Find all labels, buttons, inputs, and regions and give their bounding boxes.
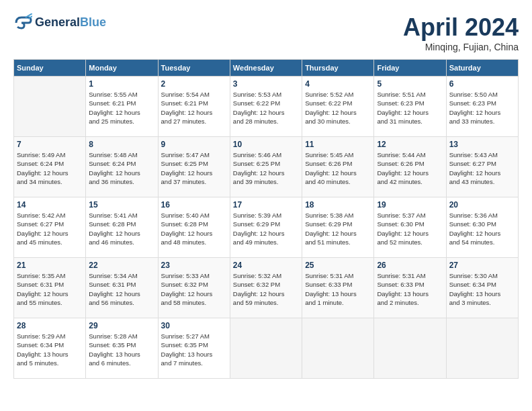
day-number: 26 [377,261,443,270]
weekday-header: Tuesday [158,60,230,77]
day-info: Sunrise: 5:47 AM Sunset: 6:25 PM Dayligh… [161,150,227,186]
day-info: Sunrise: 5:40 AM Sunset: 6:28 PM Dayligh… [161,211,227,246]
day-number: 24 [233,261,299,270]
day-info: Sunrise: 5:55 AM Sunset: 6:21 PM Dayligh… [89,90,154,126]
calendar-day-cell: 23Sunrise: 5:33 AM Sunset: 6:32 PM Dayli… [158,258,230,318]
calendar-week-row: 21Sunrise: 5:35 AM Sunset: 6:31 PM Dayli… [14,258,519,318]
page-header: GeneralBlue April 2024 Minqing, Fujian, … [13,13,519,52]
day-number: 3 [233,79,299,89]
calendar-day-cell: 19Sunrise: 5:37 AM Sunset: 6:30 PM Dayli… [374,197,446,258]
day-number: 12 [377,140,443,149]
day-info: Sunrise: 5:36 AM Sunset: 6:30 PM Dayligh… [449,211,515,246]
day-number: 11 [305,140,371,149]
day-number: 29 [89,321,154,330]
day-info: Sunrise: 5:48 AM Sunset: 6:24 PM Dayligh… [89,150,154,186]
logo-icon [13,13,32,32]
weekday-header: Friday [374,60,446,77]
calendar-day-cell: 2Sunrise: 5:54 AM Sunset: 6:21 PM Daylig… [158,77,230,137]
calendar-day-cell [230,318,302,379]
weekday-header: Sunday [14,60,86,77]
day-number: 9 [161,140,227,149]
day-info: Sunrise: 5:31 AM Sunset: 6:33 PM Dayligh… [377,271,443,307]
calendar-day-cell: 12Sunrise: 5:44 AM Sunset: 6:26 PM Dayli… [374,137,446,197]
day-number: 27 [449,261,515,270]
day-number: 16 [161,200,227,210]
calendar-day-cell: 4Sunrise: 5:52 AM Sunset: 6:22 PM Daylig… [302,77,374,137]
day-info: Sunrise: 5:41 AM Sunset: 6:28 PM Dayligh… [89,211,154,246]
calendar-day-cell: 15Sunrise: 5:41 AM Sunset: 6:28 PM Dayli… [86,197,158,258]
calendar-day-cell: 22Sunrise: 5:34 AM Sunset: 6:31 PM Dayli… [86,258,158,318]
calendar-day-cell [302,318,374,379]
calendar-day-cell: 10Sunrise: 5:46 AM Sunset: 6:25 PM Dayli… [230,137,302,197]
day-number: 14 [17,200,83,210]
day-number: 17 [233,200,299,210]
calendar-day-cell: 28Sunrise: 5:29 AM Sunset: 6:34 PM Dayli… [14,318,86,379]
day-number: 19 [377,200,443,210]
day-number: 1 [89,79,154,89]
day-number: 23 [161,261,227,270]
day-number: 5 [377,79,443,89]
calendar-day-cell: 24Sunrise: 5:32 AM Sunset: 6:32 PM Dayli… [230,258,302,318]
location-subtitle: Minqing, Fujian, China [403,42,519,52]
weekday-header: Saturday [446,60,518,77]
calendar-day-cell: 3Sunrise: 5:53 AM Sunset: 6:22 PM Daylig… [230,77,302,137]
day-info: Sunrise: 5:33 AM Sunset: 6:32 PM Dayligh… [161,271,227,307]
calendar-day-cell: 21Sunrise: 5:35 AM Sunset: 6:31 PM Dayli… [14,258,86,318]
calendar-day-cell: 14Sunrise: 5:42 AM Sunset: 6:27 PM Dayli… [14,197,86,258]
weekday-header: Thursday [302,60,374,77]
calendar-day-cell: 26Sunrise: 5:31 AM Sunset: 6:33 PM Dayli… [374,258,446,318]
calendar-week-row: 7Sunrise: 5:49 AM Sunset: 6:24 PM Daylig… [14,137,519,197]
calendar-week-row: 1Sunrise: 5:55 AM Sunset: 6:21 PM Daylig… [14,77,519,137]
calendar-day-cell: 16Sunrise: 5:40 AM Sunset: 6:28 PM Dayli… [158,197,230,258]
day-info: Sunrise: 5:37 AM Sunset: 6:30 PM Dayligh… [377,211,443,246]
calendar-day-cell: 6Sunrise: 5:50 AM Sunset: 6:23 PM Daylig… [446,77,518,137]
day-info: Sunrise: 5:44 AM Sunset: 6:26 PM Dayligh… [377,150,443,186]
day-info: Sunrise: 5:29 AM Sunset: 6:34 PM Dayligh… [17,332,83,367]
day-number: 18 [305,200,371,210]
calendar-day-cell: 17Sunrise: 5:39 AM Sunset: 6:29 PM Dayli… [230,197,302,258]
day-number: 2 [161,79,227,89]
day-info: Sunrise: 5:34 AM Sunset: 6:31 PM Dayligh… [89,271,154,307]
month-title: April 2024 [403,13,519,42]
calendar-day-cell: 13Sunrise: 5:43 AM Sunset: 6:27 PM Dayli… [446,137,518,197]
day-number: 20 [449,200,515,210]
day-info: Sunrise: 5:35 AM Sunset: 6:31 PM Dayligh… [17,271,83,307]
day-info: Sunrise: 5:39 AM Sunset: 6:29 PM Dayligh… [233,211,299,246]
day-info: Sunrise: 5:38 AM Sunset: 6:29 PM Dayligh… [305,211,371,246]
calendar-week-row: 14Sunrise: 5:42 AM Sunset: 6:27 PM Dayli… [14,197,519,258]
calendar-week-row: 28Sunrise: 5:29 AM Sunset: 6:34 PM Dayli… [14,318,519,379]
calendar-day-cell: 30Sunrise: 5:27 AM Sunset: 6:35 PM Dayli… [158,318,230,379]
day-info: Sunrise: 5:46 AM Sunset: 6:25 PM Dayligh… [233,150,299,186]
calendar-day-cell: 25Sunrise: 5:31 AM Sunset: 6:33 PM Dayli… [302,258,374,318]
day-info: Sunrise: 5:32 AM Sunset: 6:32 PM Dayligh… [233,271,299,307]
title-block: April 2024 Minqing, Fujian, China [403,13,519,52]
day-number: 13 [449,140,515,149]
day-info: Sunrise: 5:43 AM Sunset: 6:27 PM Dayligh… [449,150,515,186]
day-info: Sunrise: 5:51 AM Sunset: 6:23 PM Dayligh… [377,90,443,126]
calendar-day-cell [446,318,518,379]
day-info: Sunrise: 5:30 AM Sunset: 6:34 PM Dayligh… [449,271,515,307]
calendar-table: SundayMondayTuesdayWednesdayThursdayFrid… [13,59,519,379]
weekday-header: Monday [86,60,158,77]
calendar-day-cell: 29Sunrise: 5:28 AM Sunset: 6:35 PM Dayli… [86,318,158,379]
calendar-day-cell: 5Sunrise: 5:51 AM Sunset: 6:23 PM Daylig… [374,77,446,137]
day-number: 10 [233,140,299,149]
calendar-day-cell: 20Sunrise: 5:36 AM Sunset: 6:30 PM Dayli… [446,197,518,258]
day-number: 8 [89,140,154,149]
day-info: Sunrise: 5:27 AM Sunset: 6:35 PM Dayligh… [161,332,227,367]
logo: GeneralBlue [13,13,106,32]
day-info: Sunrise: 5:54 AM Sunset: 6:21 PM Dayligh… [161,90,227,126]
day-info: Sunrise: 5:42 AM Sunset: 6:27 PM Dayligh… [17,211,83,246]
day-info: Sunrise: 5:50 AM Sunset: 6:23 PM Dayligh… [449,90,515,126]
calendar-day-cell: 1Sunrise: 5:55 AM Sunset: 6:21 PM Daylig… [86,77,158,137]
day-number: 4 [305,79,371,89]
day-number: 22 [89,261,154,270]
day-info: Sunrise: 5:31 AM Sunset: 6:33 PM Dayligh… [305,271,371,307]
weekday-header: Wednesday [230,60,302,77]
logo-text: GeneralBlue [35,16,106,30]
calendar-day-cell: 7Sunrise: 5:49 AM Sunset: 6:24 PM Daylig… [14,137,86,197]
calendar-day-cell: 11Sunrise: 5:45 AM Sunset: 6:26 PM Dayli… [302,137,374,197]
weekday-header-row: SundayMondayTuesdayWednesdayThursdayFrid… [14,60,519,77]
day-number: 7 [17,140,83,149]
day-number: 30 [161,321,227,330]
